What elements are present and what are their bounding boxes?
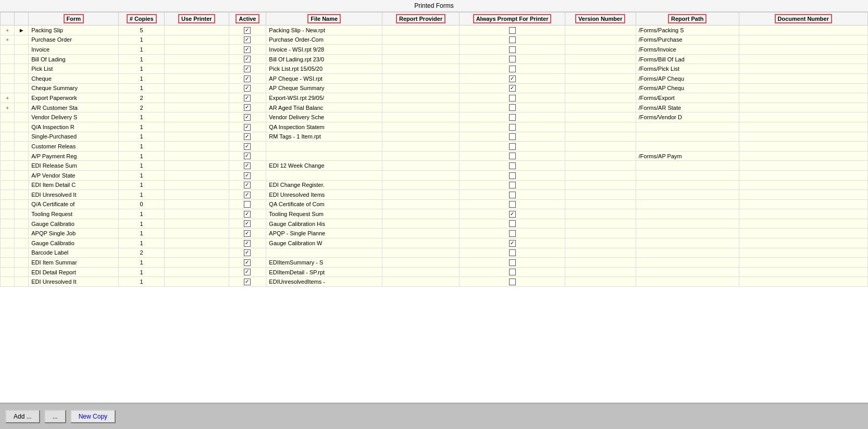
- prompt-checkbox[interactable]: [509, 27, 516, 34]
- prompt-checkbox[interactable]: [509, 201, 516, 208]
- col-version-header[interactable]: Version Number: [565, 12, 636, 26]
- active-checkbox[interactable]: [244, 75, 251, 82]
- active-checkbox[interactable]: [244, 66, 251, 72]
- active-checkbox[interactable]: [244, 95, 251, 102]
- active-checkbox[interactable]: [244, 182, 251, 188]
- active-checkbox[interactable]: [244, 220, 251, 227]
- active-checkbox[interactable]: [244, 211, 251, 218]
- form-name: EDI Detail Report: [31, 269, 76, 275]
- prompt-checkbox[interactable]: [509, 46, 516, 53]
- prompt-checkbox[interactable]: [509, 124, 516, 131]
- table-row[interactable]: Invoice1Invoice - WSI.rpt 9/28/Forms/Inv…: [1, 45, 868, 55]
- active-checkbox[interactable]: [244, 201, 251, 208]
- active-checkbox[interactable]: [244, 153, 251, 159]
- table-row[interactable]: Bill Of Lading1Bill Of Lading.rpt 23/0/F…: [1, 54, 868, 64]
- prompt-checkbox[interactable]: [509, 172, 516, 179]
- prompt-checkbox[interactable]: [509, 240, 516, 247]
- col-active-header[interactable]: Active: [229, 12, 266, 26]
- table-row[interactable]: Pick List1Pick List.rpt 15/05/20/Forms/P…: [1, 64, 868, 74]
- expander-icon[interactable]: +: [6, 105, 9, 111]
- prompt-checkbox[interactable]: [509, 249, 516, 256]
- table-row[interactable]: Q/A Inspection R1QA Inspection Statem: [1, 122, 868, 132]
- table-row[interactable]: A/P Vendor State1: [1, 170, 868, 180]
- expander-icon[interactable]: +: [6, 37, 9, 43]
- prompt-checkbox[interactable]: [509, 36, 516, 43]
- prompt-checkbox[interactable]: [509, 230, 516, 237]
- table-row[interactable]: +Purchase Order1Purchase Order-Com/Forms…: [1, 35, 868, 45]
- prompt-checkbox[interactable]: [509, 153, 516, 159]
- prompt-checkbox[interactable]: [509, 182, 516, 188]
- table-row[interactable]: Cheque Summary1AP Cheque Summary/Forms/A…: [1, 83, 868, 93]
- col-reportpath-header[interactable]: Report Path: [636, 12, 739, 26]
- table-row[interactable]: Gauge Calibratio1Gauge Calibration His: [1, 219, 868, 229]
- active-checkbox[interactable]: [244, 230, 251, 237]
- prompt-checkbox[interactable]: [509, 85, 516, 92]
- prompt-checkbox[interactable]: [509, 133, 516, 140]
- active-checkbox[interactable]: [244, 143, 251, 150]
- table-row[interactable]: +►Packing Slip5Packing Slip - New.rpt/Fo…: [1, 26, 868, 35]
- active-checkbox[interactable]: [244, 36, 251, 43]
- table-row[interactable]: EDI Item Summar1EDIItemSummary - S: [1, 258, 868, 268]
- prompt-checkbox[interactable]: [509, 279, 516, 285]
- active-checkbox[interactable]: [244, 27, 251, 34]
- table-row[interactable]: APQP Single Job1APQP - Single Planne: [1, 229, 868, 238]
- ellipsis-button[interactable]: ...: [44, 410, 66, 423]
- prompt-checkbox[interactable]: [509, 56, 516, 62]
- table-row[interactable]: EDI Unresolved It1EDI Unresolved Items: [1, 190, 868, 200]
- table-row[interactable]: EDI Detail Report1EDIItemDetail - SP.rpt: [1, 267, 868, 277]
- table-row[interactable]: Cheque1AP Cheque - WSI.rpt/Forms/AP Cheq…: [1, 73, 868, 83]
- prompt-checkbox[interactable]: [509, 143, 516, 150]
- col-copies-header[interactable]: # Copies: [119, 12, 165, 26]
- filename-value: EDI Change Register.: [269, 182, 324, 188]
- table-row[interactable]: A/P Payment Reg1/Forms/AP Paym: [1, 151, 868, 161]
- table-row[interactable]: Customer Releas1: [1, 142, 868, 152]
- active-checkbox[interactable]: [244, 162, 251, 169]
- table-row[interactable]: EDI Item Detail C1EDI Change Register.: [1, 180, 868, 190]
- prompt-checkbox[interactable]: [509, 192, 516, 198]
- table-row[interactable]: Vendor Delivery S1Vendor Delivery Sche/F…: [1, 112, 868, 122]
- active-checkbox[interactable]: [244, 240, 251, 247]
- expander-icon[interactable]: +: [6, 28, 9, 33]
- prompt-checkbox[interactable]: [509, 95, 516, 102]
- active-checkbox[interactable]: [244, 114, 251, 121]
- active-checkbox[interactable]: [244, 124, 251, 131]
- active-checkbox[interactable]: [244, 192, 251, 198]
- prompt-checkbox[interactable]: [509, 162, 516, 169]
- col-printer-header[interactable]: Use Printer: [164, 12, 229, 26]
- table-row[interactable]: Single-Purchased1RM Tags - 1 Item.rpt: [1, 132, 868, 142]
- table-row[interactable]: +A/R Customer Sta2AR Aged Trial Balanc/F…: [1, 103, 868, 112]
- new-copy-button[interactable]: New Copy: [70, 410, 116, 423]
- table-row[interactable]: EDI Unresolved It1EDIUnresolvedItems -: [1, 277, 868, 287]
- prompt-checkbox[interactable]: [509, 104, 516, 111]
- col-provider-header[interactable]: Report Provider: [382, 12, 459, 26]
- table-row[interactable]: EDI Release Sum1EDI 12 Week Change: [1, 161, 868, 171]
- active-checkbox[interactable]: [244, 133, 251, 140]
- active-checkbox[interactable]: [244, 85, 251, 92]
- active-checkbox[interactable]: [244, 279, 251, 285]
- table-row[interactable]: +Export Paperwork2Export-WSI.rpt 29/05//…: [1, 93, 868, 103]
- prompt-checkbox[interactable]: [509, 220, 516, 227]
- prompt-checkbox[interactable]: [509, 211, 516, 218]
- prompt-checkbox[interactable]: [509, 259, 516, 266]
- prompt-checkbox[interactable]: [509, 269, 516, 275]
- active-checkbox[interactable]: [244, 56, 251, 62]
- col-docnum-header[interactable]: Document Number: [739, 12, 867, 26]
- table-row[interactable]: Barcode Label2: [1, 248, 868, 258]
- active-checkbox[interactable]: [244, 249, 251, 256]
- prompt-checkbox[interactable]: [509, 66, 516, 72]
- active-checkbox[interactable]: [244, 172, 251, 179]
- add-button[interactable]: Add ...: [5, 410, 40, 423]
- table-row[interactable]: Tooling Request1Tooling Request Sum: [1, 209, 868, 219]
- col-form-header[interactable]: Form: [29, 12, 119, 26]
- col-prompt-header[interactable]: Always Prompt For Printer: [460, 12, 565, 26]
- table-row[interactable]: Q/A Certificate of0QA Certificate of Com: [1, 199, 868, 209]
- active-checkbox[interactable]: [244, 46, 251, 53]
- prompt-checkbox[interactable]: [509, 75, 516, 82]
- col-filename-header[interactable]: File Name: [266, 12, 382, 26]
- active-checkbox[interactable]: [244, 259, 251, 266]
- table-row[interactable]: Gauge Calibratio1Gauge Calibration W: [1, 238, 868, 248]
- expander-icon[interactable]: +: [6, 95, 9, 101]
- active-checkbox[interactable]: [244, 104, 251, 111]
- prompt-checkbox[interactable]: [509, 114, 516, 121]
- active-checkbox[interactable]: [244, 269, 251, 275]
